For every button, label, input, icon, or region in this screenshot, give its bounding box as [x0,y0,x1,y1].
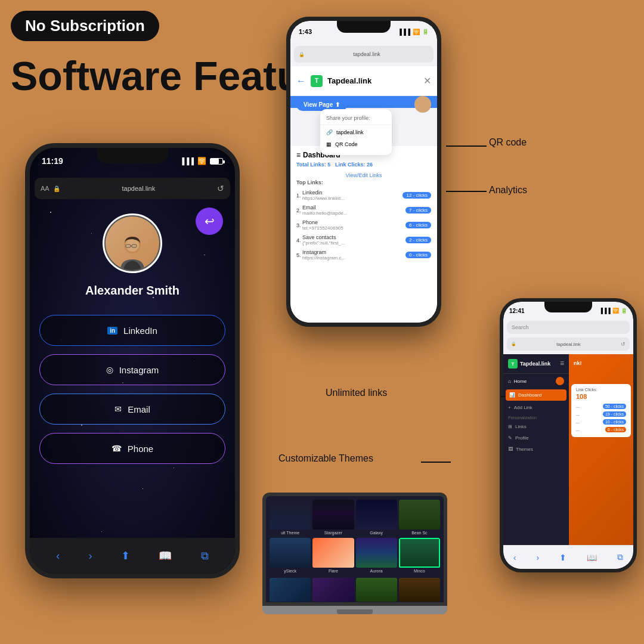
center-avatar [414,96,431,113]
theme-item-6[interactable]: Aurora [356,538,397,574]
view-page-label: View Page [304,101,333,108]
laptop: ult Theme Stargazer Galaxy Bean Sc ySiec… [262,493,447,614]
link-clicks-label: Link Clicks: [335,162,366,168]
link-clicks-badge-4: 2 - clicks [405,237,431,243]
center-back-btn[interactable]: ← [296,76,306,86]
theme-label-6: Aurora [356,568,397,574]
link-icon-small: 🔗 [326,129,333,135]
center-header: ← T Tapdeal.link ✕ [290,66,437,96]
theme-label-4: ySieck [270,568,311,574]
qr-icon-small: ▦ [326,141,332,147]
email-label: Email [128,404,150,414]
dashboard-label-rp: Dashboard [518,392,541,398]
signal-icon: ▐▐▐ [180,157,194,165]
dropdown-qr-item[interactable]: ▦ QR Code [320,138,392,150]
theme-item-3[interactable]: Bean Sc [399,500,440,536]
theme-label-2: Galaxy [356,530,397,536]
rp-battery-icon: 🔋 [621,308,627,314]
phone-button[interactable]: ☎ Phone [39,433,225,464]
reload-icon[interactable]: ↺ [217,184,224,193]
sidebar-item-home[interactable]: ⌂ Home [503,374,569,388]
nav-forward-icon[interactable]: › [89,550,92,562]
email-button[interactable]: ✉ Email [39,394,225,425]
link-num-5: 5. [296,252,301,258]
analytics-annotation: Analytics [489,185,527,196]
link-name-1: Linkedin [302,190,345,196]
center-phone-notch [337,21,391,33]
profile-label: Profile [515,435,529,441]
right-phone-time: 12:41 [509,308,525,314]
sidebar-item-themes[interactable]: 🖼 Themes [503,444,569,455]
total-links-label: Total Links: [296,162,326,168]
home-active-dot [556,377,564,385]
sidebar-item-dashboard[interactable]: 📊 Dashboard [506,389,566,401]
theme-thumb-3 [399,500,440,530]
center-close-btn[interactable]: ✕ [423,75,431,86]
rp-nav-tabs[interactable]: ⧉ [617,552,623,562]
laptop-body [262,606,447,614]
center-lock-icon: 🔒 [299,52,305,57]
center-phone-time: 1:43 [299,28,312,35]
theme-item-4[interactable]: ySieck [270,538,311,574]
rp-clicks-3: 10 - clicks [603,419,626,425]
instagram-icon: ◎ [106,365,113,374]
center-browser-bar[interactable]: 🔒 tapdeal.link [294,46,434,63]
themes-grid: ult Theme Stargazer Galaxy Bean Sc ySiec… [266,496,444,578]
theme-item-1[interactable]: Stargazer [312,500,354,536]
rp-link-row-1: ... 50 - clicks [576,402,626,410]
link-clicks-badge-1: 12 - clicks [402,192,431,199]
right-sidebar: T Tapdeal.link ≡ ⌂ Home 📊 Dashboard + Ad… [503,354,569,545]
sidebar-item-addlink[interactable]: + Add Link [503,402,569,413]
rp-nav-forward[interactable]: › [537,553,540,562]
share-button[interactable]: ↩ [196,208,223,235]
theme-item-2[interactable]: Galaxy [356,500,397,536]
right-search-bar[interactable]: Search [507,321,630,334]
dropdown-url: tapdeal.link [336,129,364,135]
right-link-clicks-val: 108 [576,393,626,400]
svg-point-1 [126,239,139,252]
link-num-4: 4. [296,237,301,243]
theme-item-0[interactable]: ult Theme [270,500,311,536]
theme-label-5: Flare [312,568,354,574]
unlimited-line-right [501,396,506,397]
right-browser-bar[interactable]: 🔒 tapdeal.link ↺ [507,338,630,351]
rp-nav-back[interactable]: ‹ [513,553,516,562]
dashboard-stats: Total Links: 5 Link Clicks: 26 [290,162,437,171]
link-url-4: {"prefix":null,"first_... [302,240,345,246]
left-phone-browser-bar[interactable]: AA 🔒 tapdeal.link ↺ [35,178,230,199]
analytics-annotation-line [446,191,487,192]
theme-item-7[interactable]: Minco [399,538,440,574]
share-icon-small: ⬆ [335,101,340,108]
theme-thumb-1 [312,500,354,530]
link-url-2: mailto:hello@tapde... [302,210,347,216]
sidebar-item-links[interactable]: ⊞ Links [503,421,569,432]
linkedin-button[interactable]: in LinkedIn [39,315,225,346]
nav-tabs-icon[interactable]: ⧉ [201,550,209,562]
right-content-area: nk! Link Clicks: 108 ... 50 - clicks ...… [569,354,633,545]
center-signal-icon: ▐▐▐ [398,29,410,35]
rp-clicks-2: 19 - clicks [603,411,626,417]
hamburger-icon[interactable]: ≡ [560,359,564,367]
nav-share-icon[interactable]: ⬆ [121,549,130,562]
browser-aa: AA [41,185,49,192]
themes-label: Themes [516,447,533,452]
addlink-icon: + [508,405,511,410]
view-edit-links[interactable]: View/Edit Links [290,171,437,179]
center-site-icon: T [311,75,323,87]
rp-nav-share[interactable]: ⬆ [559,553,566,562]
total-links-val: 5 [327,162,330,168]
rp-nav-bookmarks[interactable]: 📖 [587,553,597,562]
dropdown-link-item[interactable]: 🔗 tapdeal.link [320,126,392,138]
link-clicks-badge-3: 6 - clicks [405,222,431,228]
left-phone-url: tapdeal.link [63,185,215,192]
link-num-2: 2. [296,208,301,213]
rp-reload-icon[interactable]: ↺ [621,341,626,347]
link-row-1: 1. Linkedin https://www.linked... 12 - c… [290,188,437,203]
nav-bookmarks-icon[interactable]: 📖 [159,549,172,562]
instagram-button[interactable]: ◎ Instagram [39,354,225,385]
theme-item-5[interactable]: Flare [312,538,354,574]
qr-annotation-line [446,145,487,147]
link-url-3: tel:+971552406905 [302,225,343,231]
sidebar-item-profile[interactable]: ✎ Profile [503,432,569,444]
nav-back-icon[interactable]: ‹ [56,550,60,562]
